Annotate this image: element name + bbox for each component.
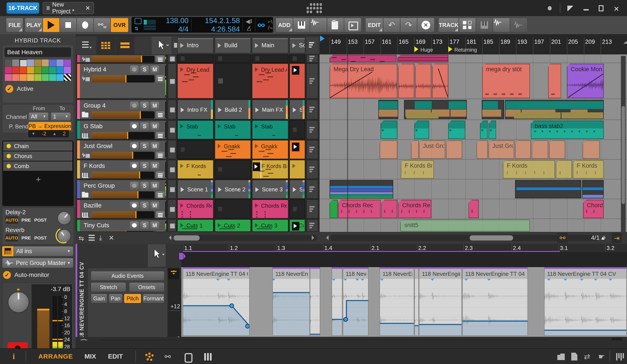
fade-in-icon[interactable]: /¬	[268, 25, 273, 31]
track-volume-bar[interactable]	[92, 56, 155, 63]
clip-slot[interactable]: Scene 3	[252, 180, 288, 199]
track-solo-button[interactable]: S	[140, 102, 149, 109]
record-button[interactable]	[77, 18, 94, 32]
track-audio-button[interactable]	[493, 18, 510, 32]
audio-event-118-neverengi[interactable]: 118 NeverEngi	[380, 267, 414, 336]
fade-out-icon[interactable]: ⌐\	[268, 19, 273, 25]
send-mode-pre[interactable]: PRE	[20, 234, 32, 242]
arranger-clip-chords-rec[interactable]: Chords Rec	[583, 200, 604, 218]
pitch-button[interactable]: Pitch	[124, 294, 141, 303]
launcher-hscrollbar[interactable]	[173, 235, 317, 241]
track-menu-button[interactable]	[156, 56, 165, 63]
arranger-clip-just-grow[interactable]: Just Grow	[419, 140, 445, 159]
track-header-bazille[interactable]: BazilleSM	[77, 200, 166, 218]
arranger-clip[interactable]	[411, 140, 419, 159]
arranger-clip[interactable]	[582, 180, 604, 198]
track-mute-button[interactable]: M	[151, 65, 159, 73]
arranger-clip[interactable]	[448, 121, 465, 139]
add-group-track-button[interactable]	[344, 18, 361, 32]
scene-header-intro[interactable]: Intro	[177, 37, 213, 53]
clip-display-mode-button[interactable]	[77, 36, 96, 54]
editor-marker-lane[interactable]	[181, 252, 627, 267]
scene-alt-launch-button[interactable]	[306, 200, 318, 218]
track-header-group-4[interactable]: Group 4SM	[77, 100, 166, 119]
scene-alt-launch-button[interactable]	[306, 219, 318, 232]
arranger-clip[interactable]	[415, 64, 431, 98]
palette-swatch[interactable]	[12, 66, 20, 74]
track-volume-bar[interactable]	[92, 75, 155, 83]
palette-swatch[interactable]	[42, 66, 49, 74]
tab-close-icon[interactable]: ✕	[85, 5, 90, 11]
tempo-value[interactable]: 138.00	[156, 16, 189, 25]
send-mode-auto[interactable]: AUTO	[5, 216, 18, 224]
arranger-clip[interactable]	[583, 140, 600, 159]
arranger-clip[interactable]	[397, 55, 448, 62]
launcher-scroll-right-icon[interactable]	[312, 235, 316, 240]
metronome-icon[interactable]: △̸	[246, 25, 252, 32]
active-checkbox[interactable]: ✓ Active	[5, 85, 71, 93]
track-volume-bar[interactable]	[92, 191, 155, 199]
track-header-perc-group[interactable]: Perc GroupSM	[77, 180, 166, 199]
arranger-vscrollbar[interactable]	[621, 56, 626, 242]
maximize-icon[interactable]	[599, 5, 604, 11]
scene-list-button[interactable]	[306, 37, 318, 53]
automation-write-button[interactable]: ⚯w	[94, 18, 110, 32]
piano-panel-icon[interactable]	[616, 353, 624, 361]
tab-mix[interactable]: MIX	[85, 353, 96, 360]
track-arm-button[interactable]	[130, 122, 139, 130]
clip-slot[interactable]	[177, 140, 213, 159]
grid-mode-button[interactable]	[97, 36, 115, 54]
arranger-clip[interactable]	[432, 64, 448, 98]
input-routing[interactable]: All ins▼	[2, 246, 73, 256]
palette-swatch[interactable]	[64, 66, 71, 74]
arranger-clip[interactable]	[404, 100, 467, 119]
arranger-clip[interactable]	[482, 100, 504, 119]
clip-slot[interactable]	[177, 54, 213, 63]
track-header-f-kords[interactable]: F KordsSM	[77, 160, 166, 179]
undo-button[interactable]: ↶	[383, 18, 400, 32]
fx-slot[interactable]: Chain	[3, 142, 72, 151]
audio-event[interactable]	[332, 267, 342, 336]
clip-slot[interactable]: Dry Lead	[177, 63, 213, 99]
arranger-clip-just-grow[interactable]: Just Grow	[489, 140, 515, 159]
palette-swatch[interactable]	[34, 74, 42, 81]
channel-from-dropdown[interactable]: All▼	[29, 112, 49, 121]
add-device-button[interactable]: +	[35, 177, 42, 183]
clip-slot[interactable]: F Kords Bri...	[252, 160, 288, 179]
spin-up-icon[interactable]: ▲	[52, 131, 56, 136]
track-header-tiny-cuts[interactable]: Tiny CutsSM	[77, 219, 166, 232]
audio-event[interactable]	[310, 267, 320, 336]
hand-icon[interactable]: ☛	[598, 352, 605, 361]
clip-slot[interactable]: Stab	[252, 120, 288, 139]
cue-marker[interactable]	[414, 46, 420, 52]
output-routing[interactable]: Perc Group Master ▼	[2, 258, 73, 268]
arranger-clip[interactable]	[446, 140, 462, 159]
punch-in-icon[interactable]: ◀‖	[246, 18, 252, 25]
track-solo-button[interactable]: S	[140, 221, 149, 229]
track-menu-button[interactable]	[156, 211, 165, 218]
clip-slot[interactable]: Cut	[289, 219, 305, 232]
audio-event-118-neverengine-tt-04-c[interactable]: 118 NeverEngine TT 04 C	[462, 267, 528, 336]
arranger-clip[interactable]	[505, 100, 604, 119]
cue-marker[interactable]	[448, 46, 454, 52]
clip-slot[interactable]: Cuts 2	[215, 219, 251, 232]
arranger-clip[interactable]	[549, 140, 565, 159]
clip-slot[interactable]: Sce	[289, 180, 305, 199]
track-solo-button[interactable]: S	[140, 122, 149, 130]
file-button[interactable]: FILE	[6, 18, 23, 32]
clip-slot[interactable]	[215, 63, 251, 99]
track-name-field[interactable]: Beat Heaven	[4, 48, 71, 57]
arranger-grid-value[interactable]: 4/1 ▴	[591, 234, 611, 241]
notification-dot-icon[interactable]	[548, 6, 552, 10]
add-fx-track-button[interactable]	[327, 18, 344, 32]
clip-slot[interactable]: Cuts 1	[177, 219, 213, 232]
device-enabled-dot[interactable]	[6, 154, 11, 158]
arranger-clip[interactable]	[476, 140, 488, 159]
arranger-clip[interactable]	[489, 121, 496, 139]
arranger-clip[interactable]	[380, 140, 398, 159]
scene-alt-launch-button[interactable]	[306, 100, 318, 119]
send-mode-post[interactable]: POST	[34, 216, 47, 224]
stop-button[interactable]	[60, 18, 77, 32]
audio-event-118-neverengine-tt[interactable]: 118 NeverEngine TT	[419, 267, 462, 336]
track-header-just-growl[interactable]: Just GrowlSM	[77, 140, 166, 159]
